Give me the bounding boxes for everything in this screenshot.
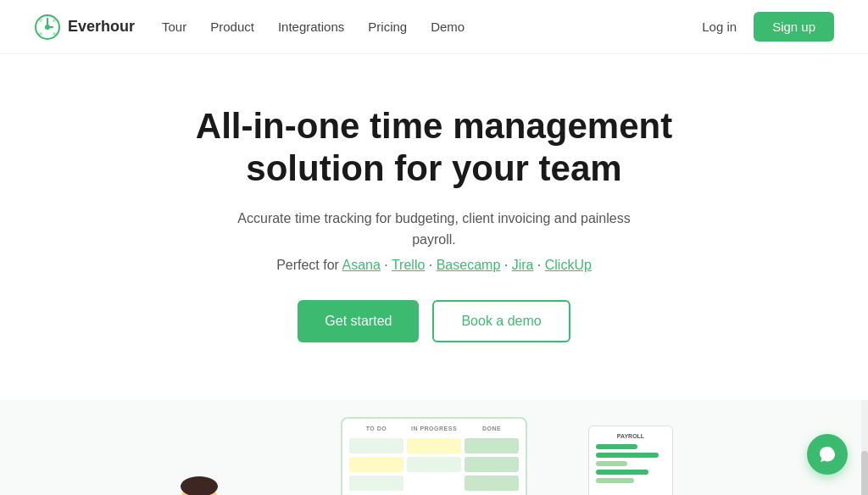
character-right: PAYROLL [542, 442, 711, 495]
illustration-area: TO DO IN PROGRESS DONE PAYROLL [0, 400, 868, 495]
hero-integrations: Perfect for Asana · Trello · Basecamp · … [17, 258, 851, 273]
integration-trello[interactable]: Trello [392, 258, 425, 272]
kanban-header-inprogress: IN PROGRESS [407, 425, 461, 431]
brand-logo-icon [34, 14, 61, 41]
svg-point-4 [39, 19, 42, 22]
integration-basecamp[interactable]: Basecamp [437, 258, 501, 272]
svg-point-7 [39, 32, 42, 36]
nav-actions: Log in Sign up [702, 12, 834, 42]
get-started-button[interactable]: Get started [298, 300, 419, 342]
hero-buttons: Get started Book a demo [17, 300, 851, 342]
payroll-title: PAYROLL [596, 433, 665, 439]
signup-button[interactable]: Sign up [754, 12, 834, 42]
scrollbar[interactable] [861, 400, 868, 495]
svg-point-15 [181, 476, 218, 495]
kanban-header-done: DONE [465, 425, 519, 431]
integration-jira[interactable]: Jira [512, 258, 534, 272]
integration-asana[interactable]: Asana [342, 258, 381, 272]
nav-product[interactable]: Product [210, 19, 254, 34]
brand-name: Everhour [68, 18, 135, 36]
nav-pricing[interactable]: Pricing [368, 19, 407, 34]
hero-title: All-in-one time management solution for … [180, 105, 688, 191]
character-left: TIMESHEET INVOICE [131, 425, 267, 495]
book-demo-button[interactable]: Book a demo [432, 300, 570, 342]
svg-point-6 [53, 32, 56, 36]
brand-logo[interactable]: Everhour [34, 14, 135, 41]
chat-icon [818, 445, 837, 464]
hero-section: All-in-one time management solution for … [0, 54, 868, 400]
integration-clickup[interactable]: ClickUp [545, 258, 592, 272]
integrations-prefix: Perfect for [276, 258, 342, 272]
nav-links: Tour Product Integrations Pricing Demo [162, 19, 702, 34]
character-center [320, 451, 515, 495]
login-button[interactable]: Log in [702, 19, 737, 34]
kanban-header-todo: TO DO [349, 425, 403, 431]
nav-integrations[interactable]: Integrations [278, 19, 344, 34]
nav-tour[interactable]: Tour [162, 19, 186, 34]
chat-button[interactable] [807, 434, 848, 475]
nav-demo[interactable]: Demo [431, 19, 465, 34]
svg-point-5 [53, 19, 56, 22]
scrollbar-thumb[interactable] [861, 451, 868, 495]
hero-subtitle: Accurate time tracking for budgeting, cl… [231, 208, 637, 251]
navbar: Everhour Tour Product Integrations Prici… [0, 0, 868, 54]
